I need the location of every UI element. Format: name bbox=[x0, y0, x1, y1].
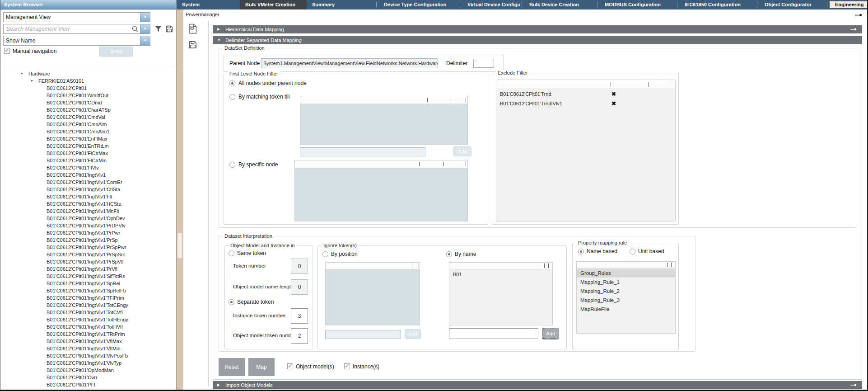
tree-item[interactable]: B01'C0612'CPlt01'IngtVlv1'MnFlt bbox=[0, 207, 176, 215]
collapsed-arrow-icon[interactable]: ▶ bbox=[217, 25, 220, 33]
expanded-arrow-icon[interactable]: ▼ bbox=[217, 36, 221, 44]
specific-node-list[interactable] bbox=[294, 160, 468, 221]
section-delimiter-data-mapping[interactable]: ▼ Delimiter Separated Data Mapping bbox=[213, 36, 862, 44]
tree-item[interactable]: B01'C0612'CPlt01'FlVlv bbox=[0, 164, 176, 171]
mapping-rule-row[interactable]: MapRuleFile bbox=[577, 305, 675, 314]
tree-item[interactable]: B01'C0612'CPlt01'IngtVlv1'ComEr bbox=[0, 179, 176, 186]
manual-navigation-checkbox[interactable]: ✓ bbox=[4, 48, 10, 54]
section-hierarchical-data-mapping[interactable]: ▶ Hierarchical Data Mapping bbox=[213, 25, 862, 33]
radio-by-matching-token[interactable] bbox=[229, 94, 235, 100]
tab-virtual-device-configuratio[interactable]: Virtual Device Configuratio bbox=[462, 0, 520, 9]
radio-same-token[interactable] bbox=[229, 250, 234, 256]
exclude-filter-list[interactable]: B01'C0612'CPlt01'Trnd✖B01'C0612'CPlt01'T… bbox=[496, 80, 676, 221]
tree-item[interactable]: B01'C0612'CPlt01'CmnAlm bbox=[0, 121, 176, 128]
tree-expander-icon[interactable]: ▼ bbox=[30, 77, 33, 85]
tree-item[interactable]: ▼FERRKIE01'AS0101 bbox=[0, 77, 176, 85]
tree-item[interactable]: B01'C0612'CPlt01'CmnAlm1 bbox=[0, 128, 176, 135]
chevron-down-icon[interactable]: ▼ bbox=[140, 36, 150, 45]
remove-icon[interactable]: ✖ bbox=[611, 99, 616, 108]
tab-iec61850-configuration[interactable]: IEC61850 Configuration bbox=[679, 0, 755, 9]
send-button[interactable]: Send bbox=[99, 47, 133, 57]
tree-item[interactable]: B01'C0612'CPlt01 bbox=[0, 85, 176, 92]
radio-unit-based[interactable] bbox=[630, 249, 635, 254]
mapping-rule-row[interactable]: Mapping_Rule_3 bbox=[577, 296, 675, 305]
tree-item[interactable]: B01'C0612'CPlt01'IngtVlv1'VflMax bbox=[0, 338, 176, 345]
tree-item[interactable]: B01'C0612'CPlt01'IngtVlv1 bbox=[0, 171, 176, 179]
tree-item[interactable]: B01'C0612'CPlt01'IngtVlv1'CtlSta bbox=[0, 186, 176, 193]
by-position-list[interactable] bbox=[325, 262, 420, 325]
tree-item[interactable]: B01'C0612'CPlt01'IngtVlv1'SpRelFb bbox=[0, 287, 176, 294]
ignore-token-row[interactable]: B01 bbox=[449, 270, 552, 279]
instance-token-number-input[interactable]: 3 bbox=[291, 308, 308, 324]
tree-item[interactable]: B01'C0612'CPlt01'IngtVlv1'TFlPrim bbox=[0, 294, 176, 301]
tree-item[interactable]: B01'C0612'CPlt01'AlmItfOut bbox=[0, 92, 176, 99]
tree-expander-icon[interactable]: ▼ bbox=[20, 70, 23, 77]
search-chevron-down-icon[interactable]: ▼ bbox=[140, 24, 150, 33]
auto-hide-pin-icon[interactable] bbox=[855, 13, 862, 17]
tree-item[interactable]: B01'C0612'CPlt01'IngtVlv1'TotCEngy bbox=[0, 301, 176, 309]
exclude-filter-row[interactable]: B01'C0612'CPlt01'TrndIVlv1✖ bbox=[496, 99, 675, 108]
by-name-add-button[interactable]: Add bbox=[542, 328, 559, 339]
tree-item[interactable]: B01'C0612'CPlt01'OpModMan bbox=[0, 367, 176, 374]
tree-item[interactable]: B01'C0612'CPlt01'IngtVlv1'VflMin bbox=[0, 345, 176, 352]
reset-button[interactable]: Reset bbox=[219, 358, 245, 376]
save-icon[interactable] bbox=[189, 41, 197, 49]
display-mode-selector[interactable]: Show Name ▼ bbox=[3, 36, 150, 46]
tree-item[interactable]: B01'C0612'CPlt01'IngtVlv1'TotHEngy bbox=[0, 316, 176, 323]
object-models-checkbox[interactable]: ✓ bbox=[287, 363, 293, 369]
tree-item[interactable]: B01'C0612'CPlt01'EnTRtLm bbox=[0, 142, 176, 150]
section-pin-icon[interactable] bbox=[850, 383, 857, 387]
tree-item[interactable]: B01'C0612'CPlt01'IngtVlv1'TRtPrim bbox=[0, 330, 176, 338]
view-selector[interactable]: Management View ▼ bbox=[3, 12, 150, 22]
tree-item[interactable]: B01'C0612'CPlt01'PFl bbox=[0, 381, 176, 388]
mapping-rule-row[interactable]: Mapping_Rule_1 bbox=[577, 278, 675, 287]
collapsed-arrow-icon[interactable]: ▶ bbox=[217, 381, 220, 389]
section-import-object-models[interactable]: ▶ Import Object Models bbox=[213, 381, 862, 389]
radio-by-position[interactable] bbox=[322, 251, 328, 257]
tree-item[interactable]: B01'C0612'CPlt01'IngtVlv1'PrVfl bbox=[0, 265, 176, 273]
tree-item[interactable]: B01'C0612'CPlt01'EnFlMax bbox=[0, 135, 176, 142]
tree-item[interactable]: B01'C0612'CPlt01'CmdVal bbox=[0, 113, 176, 121]
by-name-input[interactable] bbox=[449, 328, 538, 339]
tree-item[interactable]: B01'C0612'CPlt01'IngtVlv1'PrSpSrc bbox=[0, 251, 176, 258]
tree-item[interactable]: B01'C0612'CPlt01'IngtVlv1'PrSpPwr bbox=[0, 244, 176, 251]
exclude-filter-row[interactable]: B01'C0612'CPlt01'Trnd✖ bbox=[496, 90, 675, 99]
tree-item[interactable]: B01'C0612'CPlt01'IngtVlv1'TotCVfl bbox=[0, 309, 176, 316]
tree-item[interactable]: B01'C0612'CPlt01'IngtVlv1'VlvTyp bbox=[0, 359, 176, 367]
chevron-down-icon[interactable]: ▼ bbox=[140, 13, 150, 22]
matching-token-list[interactable] bbox=[300, 96, 468, 145]
search-input[interactable]: Search Management View ▼ bbox=[3, 24, 150, 34]
tree-item[interactable]: B01'C0612'CPlt01'IngtVlv1'TotHVfl bbox=[0, 323, 176, 330]
radio-separate-token[interactable] bbox=[229, 299, 234, 305]
by-position-add-button[interactable]: Add bbox=[405, 329, 421, 339]
tree-item[interactable]: ▼Hardware bbox=[0, 70, 176, 77]
tab-object-configurator[interactable]: Object Configurator bbox=[759, 0, 825, 9]
new-mapping-icon[interactable] bbox=[189, 24, 197, 34]
panel-splitter[interactable] bbox=[177, 9, 183, 391]
tree-item[interactable]: B01'C0612'CPlt01'IngtVlv1'VlvPosFb bbox=[0, 352, 176, 359]
search-icon[interactable] bbox=[132, 26, 138, 32]
matching-token-input[interactable] bbox=[300, 147, 425, 156]
tab-summary[interactable]: Summary bbox=[307, 0, 374, 9]
tree-item[interactable]: B01'C0612'CPlt01'IngtVlv1'SpRel bbox=[0, 280, 176, 287]
tab-device-type-configuration[interactable]: Device Type Configuration bbox=[378, 0, 458, 9]
tree-item[interactable]: B01'C0612'CPlt01'IngtVlv1'PrSp bbox=[0, 236, 176, 244]
tree-item[interactable]: B01'C0612'CPlt01'IngtVlv1'Flt bbox=[0, 193, 176, 200]
by-position-input[interactable] bbox=[325, 330, 401, 339]
radio-name-based[interactable] bbox=[578, 249, 584, 254]
object-model-name-length-input[interactable]: 0 bbox=[291, 279, 308, 295]
tree-item[interactable]: B01'C0612'CPlt01'IngtVlv1'PrSpVfl bbox=[0, 258, 176, 265]
section-pin-icon[interactable] bbox=[850, 28, 857, 31]
by-name-list[interactable]: B01 bbox=[449, 262, 553, 325]
matching-token-add-button[interactable]: Add bbox=[453, 146, 471, 156]
mapping-rule-row[interactable]: Mapping_Rule_2 bbox=[577, 287, 675, 296]
parent-node-input[interactable]: System1.ManagementView:ManagementView.Fi… bbox=[261, 58, 438, 68]
tree-item[interactable]: B01'C0612'CPlt01'CharATSp bbox=[0, 106, 176, 113]
tree-item[interactable]: B01'C0612'CPlt01'IngtVlv1'PrDPVlv bbox=[0, 222, 176, 229]
tree-item[interactable]: B01'C0612'CPlt01'IngtVlv1'SlfTstRs bbox=[0, 273, 176, 280]
delimiter-input[interactable]: ' bbox=[473, 59, 494, 68]
filter-icon[interactable] bbox=[154, 25, 162, 33]
tree-item[interactable]: B01'C0612'CPlt01'FlCtrMax bbox=[0, 150, 176, 157]
save-filter-icon[interactable] bbox=[166, 25, 173, 33]
tree-item[interactable]: B01'C0612'CPlt01'FlCtrMin bbox=[0, 157, 176, 164]
